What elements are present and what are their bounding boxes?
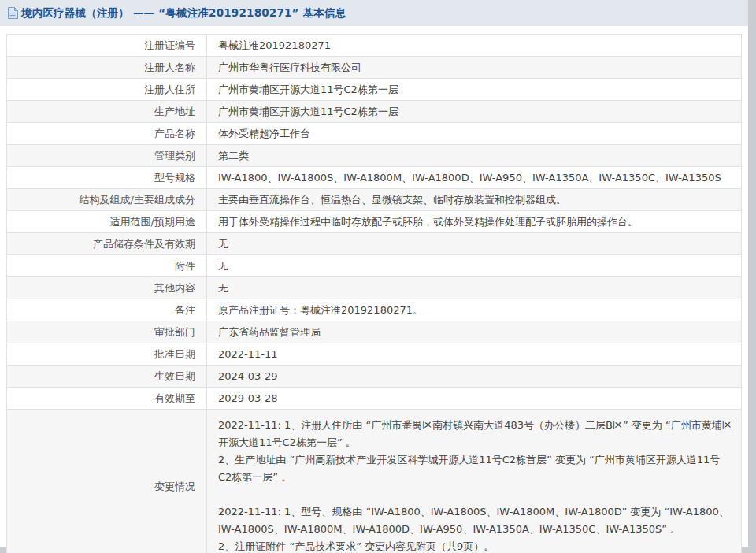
table-row: 注册人名称 广州市华粤行医疗科技有限公司 <box>7 57 742 79</box>
row-label: 型号规格 <box>7 167 207 189</box>
row-label: 产品名称 <box>7 123 207 145</box>
row-label: 产品储存条件及有效期 <box>7 233 207 255</box>
table-row: 备注 原产品注册证号：粤械注准20192180271。 <box>7 299 742 321</box>
row-value: 主要由垂直流操作台、恒温热台、显微镜支架、临时存放装置和控制器组成。 <box>207 189 742 211</box>
registration-info-table: 注册证编号 粤械注准20192180271 注册人名称 广州市华粤行医疗科技有限… <box>6 34 742 553</box>
row-label: 审批部门 <box>7 321 207 343</box>
row-value: 广州市黄埔区开源大道11号C2栋第一层 <box>207 101 742 123</box>
row-label: 批准日期 <box>7 343 207 366</box>
row-label: 备注 <box>7 299 207 321</box>
row-value: 用于体外受精操作过程中临时存放配子或胚胎，或体外受精操作处理配子或胚胎用的操作台… <box>207 211 742 233</box>
table-row: 型号规格 IW-A1800、IW-A1800S、IW-A1800M、IW-A18… <box>7 167 742 189</box>
table-row: 结构及组成/主要组成成分 主要由垂直流操作台、恒温热台、显微镜支架、临时存放装置… <box>7 189 742 211</box>
table-row: 注册人住所 广州市黄埔区开源大道11号C2栋第一层 <box>7 79 742 101</box>
row-value: 2022-11-11 <box>207 343 742 366</box>
row-label: 管理类别 <box>7 145 207 167</box>
row-label: 注册证编号 <box>7 35 207 57</box>
row-value: IW-A1800、IW-A1800S、IW-A1800M、IW-A1800D、I… <box>207 167 742 189</box>
row-label: 变更情况 <box>7 410 207 553</box>
page-title: 境内医疗器械（注册） —— “粤械注准20192180271” 基本信息 <box>21 6 346 20</box>
row-value: 原产品注册证号：粤械注准20192180271。 <box>207 299 742 321</box>
document-icon <box>7 7 18 19</box>
page-header: 境内医疗器械（注册） —— “粤械注准20192180271” 基本信息 <box>0 0 748 26</box>
row-value: 广州市华粤行医疗科技有限公司 <box>207 57 742 79</box>
row-label: 附件 <box>7 255 207 277</box>
table-row-change-history: 变更情况 2022-11-11: 1、注册人住所由 “广州市番禺区南村镇兴南大道… <box>7 410 742 553</box>
row-label: 适用范围/预期用途 <box>7 211 207 233</box>
row-label: 注册人住所 <box>7 79 207 101</box>
table-row: 生产地址 广州市黄埔区开源大道11号C2栋第一层 <box>7 101 742 123</box>
row-value: 广州市黄埔区开源大道11号C2栋第一层 <box>207 79 742 101</box>
row-value: 无 <box>207 255 742 277</box>
row-value: 2029-03-28 <box>207 388 742 410</box>
table-row: 生效日期 2024-03-29 <box>7 366 742 388</box>
row-label: 注册人名称 <box>7 57 207 79</box>
table-row: 产品储存条件及有效期 无 <box>7 233 742 255</box>
row-label: 其他内容 <box>7 277 207 299</box>
row-value: 第二类 <box>207 145 742 167</box>
row-label: 有效期至 <box>7 388 207 410</box>
row-value: 粤械注准20192180271 <box>207 35 742 57</box>
table-row: 有效期至 2029-03-28 <box>7 388 742 410</box>
row-value: 无 <box>207 277 742 299</box>
table-row: 审批部门 广东省药品监督管理局 <box>7 321 742 343</box>
table-row: 附件 无 <box>7 255 742 277</box>
row-value: 无 <box>207 233 742 255</box>
table-row: 注册证编号 粤械注准20192180271 <box>7 35 742 57</box>
info-table-container: 注册证编号 粤械注准20192180271 注册人名称 广州市华粤行医疗科技有限… <box>6 34 742 553</box>
table-row: 其他内容 无 <box>7 277 742 299</box>
row-label: 结构及组成/主要组成成分 <box>7 189 207 211</box>
change-history-text: 2022-11-11: 1、注册人住所由 “广州市番禺区南村镇兴南大道483号（… <box>207 410 742 553</box>
row-label: 生产地址 <box>7 101 207 123</box>
table-row: 批准日期 2022-11-11 <box>7 343 742 366</box>
row-label: 生效日期 <box>7 366 207 388</box>
table-row: 适用范围/预期用途 用于体外受精操作过程中临时存放配子或胚胎，或体外受精操作处理… <box>7 211 742 233</box>
table-row: 产品名称 体外受精超净工作台 <box>7 123 742 145</box>
page: 境内医疗器械（注册） —— “粤械注准20192180271” 基本信息 注册证… <box>0 0 748 547</box>
row-value: 2024-03-29 <box>207 366 742 388</box>
row-value: 体外受精超净工作台 <box>207 123 742 145</box>
table-row: 管理类别 第二类 <box>7 145 742 167</box>
row-value: 广东省药品监督管理局 <box>207 321 742 343</box>
